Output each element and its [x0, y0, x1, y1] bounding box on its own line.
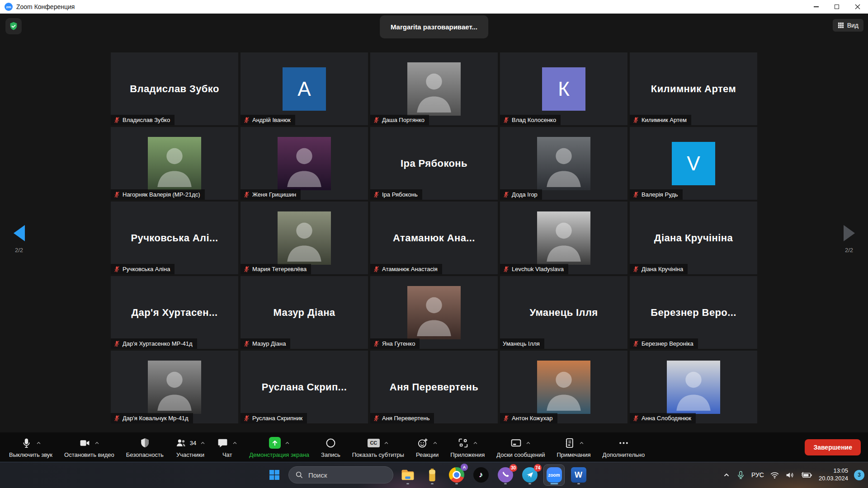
toolbar-chat[interactable]: Чат [214, 436, 240, 458]
participant-name-label: Руслана Скрипник [252, 415, 302, 422]
participant-name-tag: Андрій Іванюк [241, 115, 295, 125]
notes-icon [564, 437, 575, 449]
chevron-up-icon[interactable] [36, 441, 41, 446]
taskbar-app-word[interactable]: W [568, 465, 589, 485]
chevron-up-icon[interactable] [579, 441, 584, 446]
maximize-button[interactable] [826, 0, 847, 14]
windows-logo-icon [269, 469, 280, 480]
toolbar-share-screen[interactable]: Демонстрация экрана [246, 436, 312, 458]
notification-count-badge[interactable]: 3 [854, 470, 864, 480]
toolbar-apps[interactable]: Приложения [448, 436, 487, 458]
toolbar-record[interactable]: Запись [318, 436, 343, 458]
participant-tile[interactable]: Владислав ЗубкоВладислав Зубко [111, 52, 238, 125]
shield-icon [139, 437, 151, 449]
participant-name-tag: Іра Рябоконь [370, 189, 422, 200]
end-meeting-button[interactable]: Завершение [805, 439, 861, 455]
participant-display-name: Руслана Скрип... [262, 381, 347, 393]
chevron-up-icon[interactable] [384, 441, 389, 446]
taskbar-search-input[interactable]: Поиск [288, 466, 393, 483]
participant-display-name: Атаманюк Ана... [393, 232, 475, 244]
toolbar-security[interactable]: Безопасность [123, 436, 166, 458]
participant-display-name: Аня Перевертень [390, 381, 478, 393]
toolbar-whiteboards[interactable]: Доски сообщений [494, 436, 547, 458]
toolbar-captions[interactable]: CC Показать субтитры [349, 436, 407, 458]
taskbar-app-zoom[interactable]: zoom [544, 465, 564, 485]
previous-page-arrow-icon[interactable] [14, 225, 25, 241]
participant-tile[interactable]: Нагорняк Валерія (МР-21дс) [111, 127, 238, 200]
participant-tile[interactable]: Килимник АртемКилимник Артем [630, 52, 757, 125]
taskbar-app-aimp[interactable] [422, 465, 442, 485]
participant-tile[interactable]: Анна Слободянюк [630, 351, 757, 423]
whiteboard-icon [510, 437, 522, 449]
microphone-icon [21, 437, 32, 449]
participant-name-label: Яна Гутенко [382, 340, 415, 347]
participant-tile[interactable]: Ручковська Алі...Ручковська Аліна [111, 202, 238, 274]
participant-tile[interactable]: Дар'я Ковальчук Мр-41д [111, 351, 238, 423]
taskbar-app-explorer[interactable] [397, 465, 418, 485]
wifi-icon[interactable] [770, 470, 779, 480]
tray-microphone-icon[interactable] [736, 470, 745, 480]
participant-tile[interactable]: КВлад Колосенко [500, 52, 627, 125]
chevron-up-icon[interactable] [473, 441, 478, 446]
file-explorer-icon [400, 467, 415, 483]
profile-photo [148, 137, 201, 190]
start-button[interactable] [264, 465, 284, 485]
security-shield-button[interactable] [5, 18, 22, 34]
toolbar-mute-audio[interactable]: Выключить звук [6, 436, 55, 458]
participant-tile[interactable]: Мазур ДіанаМазур Діана [241, 276, 368, 349]
running-indicator [504, 483, 507, 484]
chevron-up-icon[interactable] [526, 441, 531, 446]
toolbar-stop-video[interactable]: Остановить видео [61, 436, 117, 458]
participant-tile[interactable]: Яна Гутенко [370, 276, 498, 349]
participant-tile[interactable]: Березнер Веро...Березнер Вероніка [630, 276, 757, 349]
toolbar-participants[interactable]: 34 Участники [173, 436, 208, 458]
participant-tile[interactable]: Женя Грицишин [241, 127, 368, 200]
participants-count: 34 [190, 440, 196, 446]
participant-tile[interactable]: Антон Кожухар [500, 351, 627, 423]
participant-tile[interactable]: Мария Тетеревлёва [241, 202, 368, 274]
participant-tile[interactable]: VВалерія Рудь [630, 127, 757, 200]
view-button[interactable]: Вид [833, 19, 863, 32]
participant-tile[interactable]: Руслана Скрип...Руслана Скрипник [241, 351, 368, 423]
participant-name-tag: Дода Ігор [500, 189, 542, 200]
toolbar-label: Примечания [557, 451, 591, 458]
language-indicator[interactable]: РУС [751, 471, 764, 479]
participant-tile[interactable]: Уманець ІлляУманець Ілля [500, 276, 627, 349]
taskbar-app-chrome[interactable]: A [446, 465, 467, 485]
participant-tile[interactable]: Іра РябоконьІра Рябоконь [370, 127, 498, 200]
participant-name-label: Дар'я Ковальчук Мр-41д [123, 415, 189, 422]
participant-name-label: Даша Портянко [382, 117, 425, 123]
participant-tile[interactable]: Levchuk Vladyslava [500, 202, 627, 274]
chevron-up-icon[interactable] [433, 441, 438, 446]
participant-tile[interactable]: Даша Портянко [370, 52, 498, 125]
minimize-button[interactable] [806, 0, 826, 14]
speaker-icon[interactable] [785, 470, 795, 480]
participant-tile[interactable]: Діана КручінінаДіана Кручініна [630, 202, 757, 274]
taskbar-app-viber[interactable]: 30 [495, 465, 515, 485]
toolbar-notes[interactable]: Примечания [554, 436, 594, 458]
participant-tile[interactable]: Атаманюк Ана...Атаманюк Анастасія [370, 202, 498, 274]
taskbar-app-telegram[interactable]: 74 [519, 465, 540, 485]
chevron-up-icon[interactable] [200, 441, 205, 446]
toolbar-more[interactable]: Дополнительно [600, 436, 648, 458]
letter-avatar: К [542, 67, 585, 111]
participant-tile[interactable]: ААндрій Іванюк [241, 52, 368, 125]
muted-mic-icon [373, 340, 380, 347]
chevron-up-icon[interactable] [285, 441, 290, 446]
participant-display-name: Ручковська Алі... [131, 232, 218, 244]
chevron-up-icon[interactable] [232, 441, 237, 446]
taskbar-app-tiktok[interactable]: ♪ [471, 465, 491, 485]
battery-charging-icon[interactable] [801, 470, 813, 480]
chevron-up-icon[interactable] [94, 441, 99, 446]
participant-tile[interactable]: Аня ПеревертеньАня Перевертень [370, 351, 498, 423]
toolbar-reactions[interactable]: Реакции [413, 436, 441, 458]
participant-tile[interactable]: Дар'я Хуртасен...Дар'я Хуртасенко МР-41д [111, 276, 238, 349]
next-page-arrow-icon[interactable] [844, 225, 855, 241]
participant-name-tag: Levchuk Vladyslava [500, 264, 568, 274]
close-button[interactable] [847, 0, 868, 14]
clock[interactable]: 13:05 20.03.2024 [819, 467, 848, 483]
participant-name-label: Мария Тетеревлёва [252, 266, 307, 272]
muted-mic-icon [113, 266, 120, 272]
tray-chevron-up-icon[interactable] [723, 471, 730, 479]
participant-tile[interactable]: Дода Ігор [500, 127, 627, 200]
